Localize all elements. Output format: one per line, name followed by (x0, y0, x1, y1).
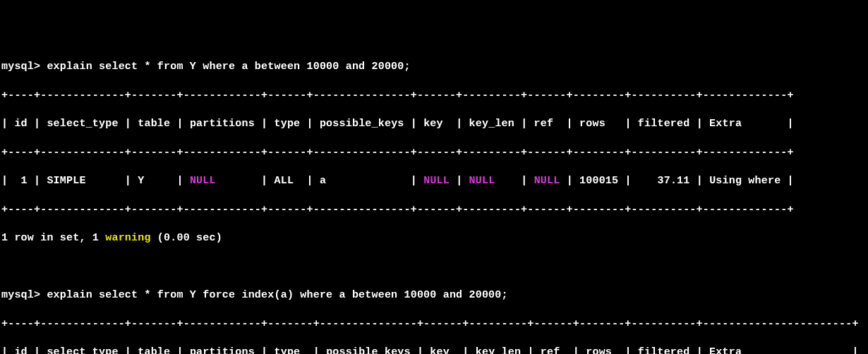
table2-border-top: +----+-------------+-------+------------… (1, 317, 867, 331)
query1-status: 1 row in set, 1 warning (0.00 sec) (1, 231, 867, 245)
null-value: NULL (190, 175, 216, 187)
query1-sql: explain select * from Y where a between … (47, 61, 410, 73)
table1-border-mid: +----+-------------+-------+------------… (1, 146, 867, 160)
query2-sql: explain select * from Y force index(a) w… (47, 289, 507, 301)
table1-border-bot: +----+-------------+-------+------------… (1, 203, 867, 217)
warning-text: warning (105, 232, 150, 244)
table1-row: | 1 | SIMPLE | Y | NULL | ALL | a | NULL… (1, 174, 867, 188)
null-value: NULL (423, 175, 450, 187)
table2-header: | id | select_type | table | partitions … (1, 346, 867, 354)
mysql-prompt: mysql> (1, 61, 47, 73)
table1-header: | id | select_type | table | partitions … (1, 117, 867, 131)
mysql-prompt: mysql> (1, 289, 47, 301)
null-value: NULL (469, 175, 495, 187)
query2-line: mysql> explain select * from Y force ind… (1, 288, 867, 303)
null-value: NULL (534, 175, 560, 187)
query1-line: mysql> explain select * from Y where a b… (1, 60, 867, 74)
table1-border-top: +----+-------------+-------+------------… (1, 89, 867, 103)
blank-line (1, 260, 867, 274)
